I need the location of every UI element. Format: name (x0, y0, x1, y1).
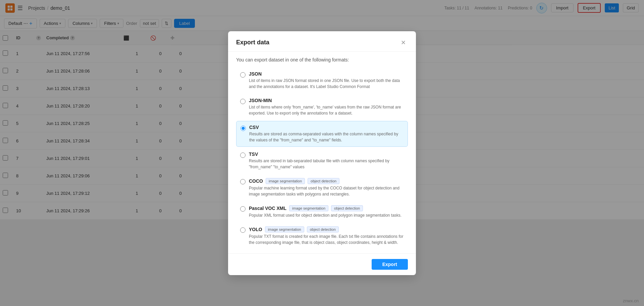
format-tag: object detection (331, 205, 363, 211)
format-option-csv[interactable]: CSV Results are stored as comma-separate… (236, 121, 408, 147)
format-content-json-min: JSON-MIN List of items where only 'from_… (249, 98, 404, 116)
format-radio-tsv[interactable] (240, 152, 246, 158)
format-content-tsv: TSV Results are stored in tab-separated … (249, 151, 404, 170)
modal-export-button[interactable]: Export (372, 259, 408, 270)
modal-body: You can export dataset in one of the fol… (228, 52, 416, 253)
format-tag: object detection (308, 178, 339, 184)
modal-header: Export data ✕ (228, 31, 416, 52)
format-radio-csv[interactable] (240, 126, 246, 131)
format-content-pascal-voc: Pascal VOC XML image segmentation object… (249, 205, 404, 218)
format-content-coco: COCO image segmentation object detection… (249, 178, 404, 197)
format-content-csv: CSV Results are stored as comma-separate… (249, 125, 404, 143)
format-option-yolo[interactable]: YOLO image segmentation object detection… (236, 223, 408, 249)
modal-title: Export data (236, 39, 269, 46)
format-option-json-min[interactable]: JSON-MIN List of items where only 'from_… (236, 94, 408, 120)
format-content-yolo: YOLO image segmentation object detection… (249, 226, 404, 246)
modal-overlay[interactable]: Export data ✕ You can export dataset in … (0, 0, 644, 306)
format-radio-coco[interactable] (240, 179, 246, 184)
format-desc: Popular XML format used for object detec… (249, 212, 404, 218)
format-option-pascal-voc[interactable]: Pascal VOC XML image segmentation object… (236, 202, 408, 222)
format-radio-json-min[interactable] (240, 99, 246, 104)
format-name: COCO (249, 178, 263, 184)
format-desc: Results are stored as comma-separated va… (249, 131, 404, 143)
format-name: JSON-MIN (249, 98, 272, 103)
format-tag: image segmentation (289, 205, 328, 211)
format-option-json[interactable]: JSON List of items in raw JSON format st… (236, 68, 408, 93)
format-tag: object detection (307, 226, 339, 232)
format-desc: Popular TXT format is created for each i… (249, 233, 404, 246)
format-radio-yolo[interactable] (240, 227, 246, 233)
format-content-json: JSON List of items in raw JSON format st… (249, 71, 404, 90)
format-desc: List of items in raw JSON format stored … (249, 78, 404, 90)
format-tag: image segmentation (266, 178, 305, 184)
format-tag: image segmentation (265, 226, 304, 232)
format-name: CSV (249, 125, 259, 130)
modal-close-button[interactable]: ✕ (398, 38, 408, 47)
format-name: TSV (249, 151, 258, 157)
format-desc: List of items where only 'from_name', 't… (249, 104, 404, 116)
format-list: JSON List of items in raw JSON format st… (236, 68, 408, 253)
format-desc: Results are stored in tab-separated tabu… (249, 158, 404, 170)
format-desc: Popular machine learning format used by … (249, 185, 404, 197)
format-radio-pascal-voc[interactable] (240, 206, 246, 212)
export-modal: Export data ✕ You can export dataset in … (228, 31, 416, 275)
modal-description: You can export dataset in one of the fol… (236, 57, 408, 62)
format-name: Pascal VOC XML (249, 206, 286, 211)
modal-footer: Export (228, 253, 416, 275)
format-radio-json[interactable] (240, 72, 246, 78)
format-name: YOLO (249, 227, 262, 232)
format-option-tsv[interactable]: TSV Results are stored in tab-separated … (236, 148, 408, 173)
format-name: JSON (249, 71, 262, 77)
format-option-coco[interactable]: COCO image segmentation object detection… (236, 175, 408, 201)
format-option-conll2003[interactable]: CONLL2003 sequence labeling text tagging… (236, 250, 408, 253)
